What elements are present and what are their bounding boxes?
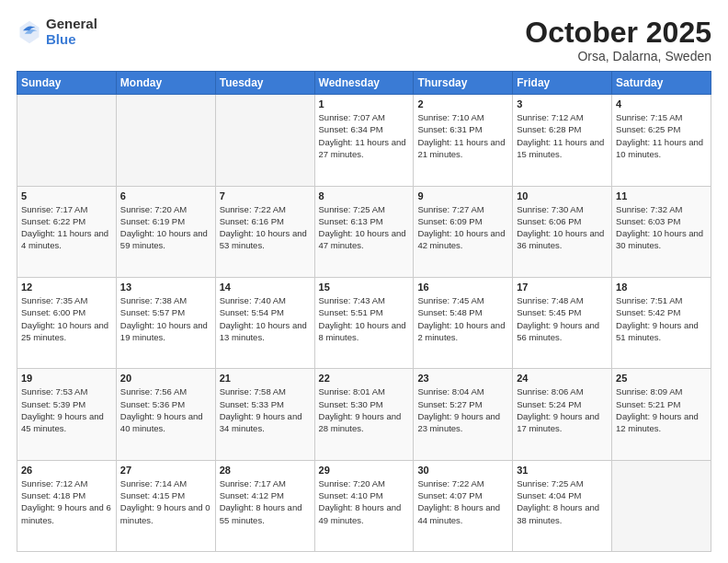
day-number: 7 (220, 190, 311, 201)
day-cell: 16Sunrise: 7:45 AM Sunset: 5:48 PM Dayli… (414, 277, 513, 368)
day-cell: 14Sunrise: 7:40 AM Sunset: 5:54 PM Dayli… (215, 277, 314, 368)
day-info: Sunrise: 7:53 AM Sunset: 5:39 PM Dayligh… (21, 385, 112, 434)
day-cell: 8Sunrise: 7:25 AM Sunset: 6:13 PM Daylig… (314, 186, 414, 277)
day-number: 14 (220, 282, 311, 293)
day-cell: 13Sunrise: 7:38 AM Sunset: 5:57 PM Dayli… (116, 277, 215, 368)
day-number: 10 (517, 190, 608, 201)
day-number: 12 (21, 282, 112, 293)
day-cell: 20Sunrise: 7:56 AM Sunset: 5:36 PM Dayli… (116, 369, 215, 460)
title-block: October 2025 Orsa, Dalarna, Sweden (525, 17, 711, 63)
col-wednesday: Wednesday (314, 72, 414, 95)
day-cell: 22Sunrise: 8:01 AM Sunset: 5:30 PM Dayli… (314, 369, 414, 460)
col-friday: Friday (513, 72, 612, 95)
day-info: Sunrise: 7:17 AM Sunset: 6:22 PM Dayligh… (21, 203, 112, 252)
day-number: 25 (616, 373, 707, 384)
day-info: Sunrise: 7:58 AM Sunset: 5:33 PM Dayligh… (220, 385, 311, 434)
day-number: 30 (417, 465, 508, 476)
day-info: Sunrise: 7:12 AM Sunset: 6:28 PM Dayligh… (517, 111, 608, 160)
calendar-week-row: 19Sunrise: 7:53 AM Sunset: 5:39 PM Dayli… (17, 369, 711, 460)
day-info: Sunrise: 7:15 AM Sunset: 6:25 PM Dayligh… (616, 111, 707, 160)
col-thursday: Thursday (414, 72, 513, 95)
day-number: 16 (417, 282, 508, 293)
day-number: 18 (616, 282, 707, 293)
day-number: 2 (417, 98, 508, 109)
day-cell: 21Sunrise: 7:58 AM Sunset: 5:33 PM Dayli… (215, 369, 314, 460)
day-cell: 1Sunrise: 7:07 AM Sunset: 6:34 PM Daylig… (314, 95, 414, 186)
logo-blue-text: Blue (46, 32, 97, 48)
day-info: Sunrise: 8:01 AM Sunset: 5:30 PM Dayligh… (319, 385, 410, 434)
day-info: Sunrise: 7:20 AM Sunset: 6:19 PM Dayligh… (120, 203, 211, 252)
col-tuesday: Tuesday (215, 72, 314, 95)
day-number: 3 (517, 98, 608, 109)
calendar-week-row: 1Sunrise: 7:07 AM Sunset: 6:34 PM Daylig… (17, 95, 711, 186)
day-info: Sunrise: 7:10 AM Sunset: 6:31 PM Dayligh… (417, 111, 508, 160)
day-info: Sunrise: 7:17 AM Sunset: 4:12 PM Dayligh… (220, 477, 311, 526)
logo-text: General Blue (46, 17, 97, 47)
day-cell: 2Sunrise: 7:10 AM Sunset: 6:31 PM Daylig… (414, 95, 513, 186)
day-number: 9 (417, 190, 508, 201)
day-cell: 17Sunrise: 7:48 AM Sunset: 5:45 PM Dayli… (513, 277, 612, 368)
day-number: 6 (120, 190, 211, 201)
day-info: Sunrise: 7:30 AM Sunset: 6:06 PM Dayligh… (517, 203, 608, 252)
day-cell: 7Sunrise: 7:22 AM Sunset: 6:16 PM Daylig… (215, 186, 314, 277)
day-info: Sunrise: 8:09 AM Sunset: 5:21 PM Dayligh… (616, 385, 707, 434)
day-number: 21 (220, 373, 311, 384)
day-cell: 24Sunrise: 8:06 AM Sunset: 5:24 PM Dayli… (513, 369, 612, 460)
day-cell: 19Sunrise: 7:53 AM Sunset: 5:39 PM Dayli… (17, 369, 117, 460)
day-info: Sunrise: 7:32 AM Sunset: 6:03 PM Dayligh… (616, 203, 707, 252)
day-cell: 27Sunrise: 7:14 AM Sunset: 4:15 PM Dayli… (116, 460, 215, 551)
day-number: 24 (517, 373, 608, 384)
day-number: 28 (220, 465, 311, 476)
day-info: Sunrise: 7:12 AM Sunset: 4:18 PM Dayligh… (21, 477, 112, 526)
day-info: Sunrise: 7:20 AM Sunset: 4:10 PM Dayligh… (319, 477, 410, 526)
title-month: October 2025 (525, 17, 711, 49)
day-info: Sunrise: 7:14 AM Sunset: 4:15 PM Dayligh… (120, 477, 211, 526)
day-info: Sunrise: 7:22 AM Sunset: 6:16 PM Dayligh… (220, 203, 311, 252)
day-info: Sunrise: 7:45 AM Sunset: 5:48 PM Dayligh… (417, 294, 508, 343)
day-cell: 10Sunrise: 7:30 AM Sunset: 6:06 PM Dayli… (513, 186, 612, 277)
day-info: Sunrise: 8:04 AM Sunset: 5:27 PM Dayligh… (417, 385, 508, 434)
day-info: Sunrise: 7:07 AM Sunset: 6:34 PM Dayligh… (319, 111, 410, 160)
day-info: Sunrise: 7:25 AM Sunset: 4:04 PM Dayligh… (517, 477, 608, 526)
day-cell: 15Sunrise: 7:43 AM Sunset: 5:51 PM Dayli… (314, 277, 414, 368)
day-cell: 4Sunrise: 7:15 AM Sunset: 6:25 PM Daylig… (612, 95, 711, 186)
day-cell: 25Sunrise: 8:09 AM Sunset: 5:21 PM Dayli… (612, 369, 711, 460)
day-cell: 11Sunrise: 7:32 AM Sunset: 6:03 PM Dayli… (612, 186, 711, 277)
day-number: 17 (517, 282, 608, 293)
day-cell: 31Sunrise: 7:25 AM Sunset: 4:04 PM Dayli… (513, 460, 612, 551)
day-number: 20 (120, 373, 211, 384)
day-cell: 18Sunrise: 7:51 AM Sunset: 5:42 PM Dayli… (612, 277, 711, 368)
day-cell: 6Sunrise: 7:20 AM Sunset: 6:19 PM Daylig… (116, 186, 215, 277)
day-number: 31 (517, 465, 608, 476)
calendar-week-row: 5Sunrise: 7:17 AM Sunset: 6:22 PM Daylig… (17, 186, 711, 277)
logo-general-text: General (46, 17, 97, 32)
col-sunday: Sunday (17, 72, 117, 95)
day-info: Sunrise: 7:43 AM Sunset: 5:51 PM Dayligh… (319, 294, 410, 343)
day-info: Sunrise: 7:22 AM Sunset: 4:07 PM Dayligh… (417, 477, 508, 526)
calendar-table: Sunday Monday Tuesday Wednesday Thursday… (17, 71, 711, 552)
day-number: 15 (319, 282, 410, 293)
day-cell: 26Sunrise: 7:12 AM Sunset: 4:18 PM Dayli… (17, 460, 117, 551)
day-number: 22 (319, 373, 410, 384)
day-cell: 9Sunrise: 7:27 AM Sunset: 6:09 PM Daylig… (414, 186, 513, 277)
day-cell: 23Sunrise: 8:04 AM Sunset: 5:27 PM Dayli… (414, 369, 513, 460)
day-number: 26 (21, 465, 112, 476)
empty-day-cell (612, 460, 711, 551)
empty-day-cell (17, 95, 117, 186)
day-cell: 3Sunrise: 7:12 AM Sunset: 6:28 PM Daylig… (513, 95, 612, 186)
empty-day-cell (215, 95, 314, 186)
day-number: 5 (21, 190, 112, 201)
day-cell: 28Sunrise: 7:17 AM Sunset: 4:12 PM Dayli… (215, 460, 314, 551)
day-info: Sunrise: 7:27 AM Sunset: 6:09 PM Dayligh… (417, 203, 508, 252)
logo: General Blue (17, 17, 97, 47)
day-info: Sunrise: 7:35 AM Sunset: 6:00 PM Dayligh… (21, 294, 112, 343)
title-location: Orsa, Dalarna, Sweden (525, 49, 711, 63)
header: General Blue October 2025 Orsa, Dalarna,… (17, 17, 711, 63)
day-number: 1 (319, 98, 410, 109)
day-info: Sunrise: 7:40 AM Sunset: 5:54 PM Dayligh… (220, 294, 311, 343)
day-info: Sunrise: 7:25 AM Sunset: 6:13 PM Dayligh… (319, 203, 410, 252)
page: General Blue October 2025 Orsa, Dalarna,… (0, 0, 728, 563)
logo-icon (17, 19, 42, 45)
day-info: Sunrise: 7:48 AM Sunset: 5:45 PM Dayligh… (517, 294, 608, 343)
day-number: 8 (319, 190, 410, 201)
